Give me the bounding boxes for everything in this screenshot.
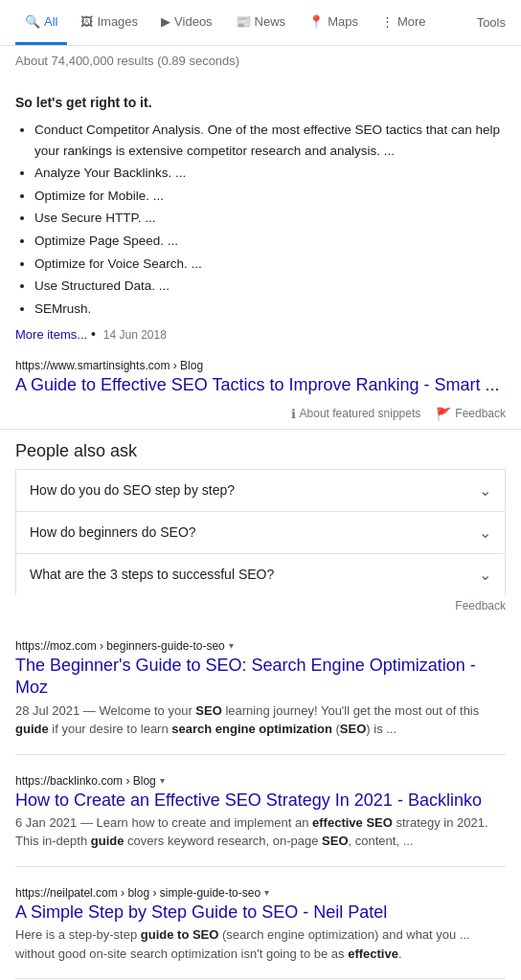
paa-item-2[interactable]: How do beginners do SEO? ⌄ — [15, 511, 506, 553]
info-icon: ℹ — [291, 407, 296, 421]
organic-url-3: https://neilpatel.com › blog › simple-gu… — [15, 886, 260, 900]
divider-3 — [15, 978, 506, 979]
list-item: Optimize for Mobile. ... — [34, 186, 506, 207]
nav-tabs: 🔍 All 🖼 Images ▶ Videos 📰 News 📍 Maps ⋮ … — [15, 1, 436, 45]
tab-all-label: All — [44, 14, 57, 29]
featured-snippet: So let's get right to it. Conduct Compet… — [15, 83, 506, 345]
list-item: Optimize for Voice Search. ... — [34, 254, 506, 275]
chevron-down-icon-2: ⌄ — [479, 523, 491, 542]
featured-result-title[interactable]: A Guide to Effective SEO Tactics to Impr… — [15, 375, 500, 394]
organic-snippet-1: 28 Jul 2021 — Welcome to your SEO learni… — [15, 702, 506, 739]
list-item: SEMrush. — [34, 299, 506, 320]
dropdown-arrow-icon-3[interactable]: ▾ — [264, 887, 269, 898]
maps-icon: 📍 — [308, 14, 324, 29]
about-snippets-label: About featured snippets — [300, 407, 421, 420]
paa-question-2: How do beginners do SEO? — [30, 524, 196, 540]
tab-news-label: News — [255, 14, 286, 29]
dropdown-arrow-icon-2[interactable]: ▾ — [160, 775, 165, 786]
snippet-bullet-list: Conduct Competitor Analysis. One of the … — [15, 120, 506, 319]
result-count: About 74,400,000 results (0.89 seconds) — [0, 46, 521, 76]
paa-item-1[interactable]: How do you do SEO step by step? ⌄ — [15, 469, 506, 511]
tab-maps-label: Maps — [328, 14, 358, 29]
chevron-down-icon-1: ⌄ — [479, 481, 491, 500]
dropdown-arrow-icon-1[interactable]: ▾ — [229, 640, 234, 651]
about-featured-snippets[interactable]: ℹ About featured snippets — [291, 407, 421, 421]
snippet-bullet-separator: • — [91, 326, 100, 342]
organic-title-2[interactable]: How to Create an Effective SEO Strategy … — [15, 790, 506, 812]
paa-feedback[interactable]: Feedback — [15, 595, 506, 620]
images-icon: 🖼 — [80, 14, 93, 29]
news-icon: 📰 — [236, 14, 251, 29]
tab-news[interactable]: 📰 News — [226, 1, 296, 45]
organic-snippet-2: 6 Jan 2021 — Learn how to create and imp… — [15, 813, 506, 851]
feedback-label: Feedback — [455, 407, 506, 420]
paa-title: People also ask — [15, 441, 506, 461]
featured-result-url: https://www.smartinsights.com › Blog — [15, 359, 506, 372]
divider-1 — [15, 754, 506, 755]
organic-url-2: https://backlinko.com › Blog — [15, 774, 156, 788]
people-also-ask-section: People also ask How do you do SEO step b… — [15, 441, 506, 620]
paa-question-1: How do you do SEO step by step? — [30, 482, 235, 498]
tab-videos-label: Videos — [174, 14, 213, 29]
organic-result-1: https://moz.com › beginners-guide-to-seo… — [15, 632, 506, 739]
tab-videos[interactable]: ▶ Videos — [151, 1, 222, 45]
chevron-down-icon-3: ⌄ — [479, 566, 491, 584]
tab-more[interactable]: ⋮ More — [372, 1, 436, 45]
organic-url-row-2: https://backlinko.com › Blog ▾ — [15, 774, 506, 788]
paa-item-3[interactable]: What are the 3 steps to successful SEO? … — [15, 553, 506, 595]
search-icon: 🔍 — [25, 14, 40, 29]
list-item: Conduct Competitor Analysis. One of the … — [34, 120, 506, 161]
list-item: Use Secure HTTP. ... — [34, 208, 506, 229]
top-navigation: 🔍 All 🖼 Images ▶ Videos 📰 News 📍 Maps ⋮ … — [0, 0, 521, 46]
organic-result-2: https://backlinko.com › Blog ▾ How to Cr… — [15, 767, 506, 851]
paa-question-3: What are the 3 steps to successful SEO? — [30, 567, 274, 582]
organic-url-1: https://moz.com › beginners-guide-to-seo — [15, 639, 225, 653]
tab-all[interactable]: 🔍 All — [15, 1, 67, 45]
tab-more-label: More — [397, 14, 426, 29]
organic-title-1[interactable]: The Beginner's Guide to SEO: Search Engi… — [15, 655, 506, 700]
organic-result-3: https://neilpatel.com › blog › simple-gu… — [15, 879, 506, 963]
list-item: Optimize Page Speed. ... — [34, 231, 506, 252]
organic-title-3[interactable]: A Simple Step by Step Guide to SEO - Nei… — [15, 902, 506, 924]
feedback-button[interactable]: 🚩 Feedback — [436, 407, 506, 421]
tab-maps[interactable]: 📍 Maps — [299, 1, 368, 45]
snippet-headline: So let's get right to it. — [15, 95, 506, 110]
organic-url-row-3: https://neilpatel.com › blog › simple-gu… — [15, 886, 506, 900]
snippet-date: 14 Jun 2018 — [103, 328, 167, 342]
list-item: Analyze Your Backlinks. ... — [34, 163, 506, 184]
organic-snippet-3: Here is a step-by-step guide to SEO (sea… — [15, 925, 506, 963]
snippet-footer: ℹ About featured snippets 🚩 Feedback — [0, 401, 521, 430]
featured-result-link: https://www.smartinsights.com › Blog A G… — [15, 353, 506, 396]
divider-2 — [15, 866, 506, 867]
videos-icon: ▶ — [161, 14, 170, 29]
feedback-icon: 🚩 — [436, 407, 451, 421]
list-item: Use Structured Data. ... — [34, 276, 506, 297]
tab-images-label: Images — [97, 14, 138, 29]
tools-button[interactable]: Tools — [477, 15, 506, 30]
more-icon: ⋮ — [381, 14, 394, 29]
more-items-link[interactable]: More items... — [15, 327, 87, 342]
organic-url-row-1: https://moz.com › beginners-guide-to-seo… — [15, 639, 506, 653]
tab-images[interactable]: 🖼 Images — [71, 1, 147, 45]
